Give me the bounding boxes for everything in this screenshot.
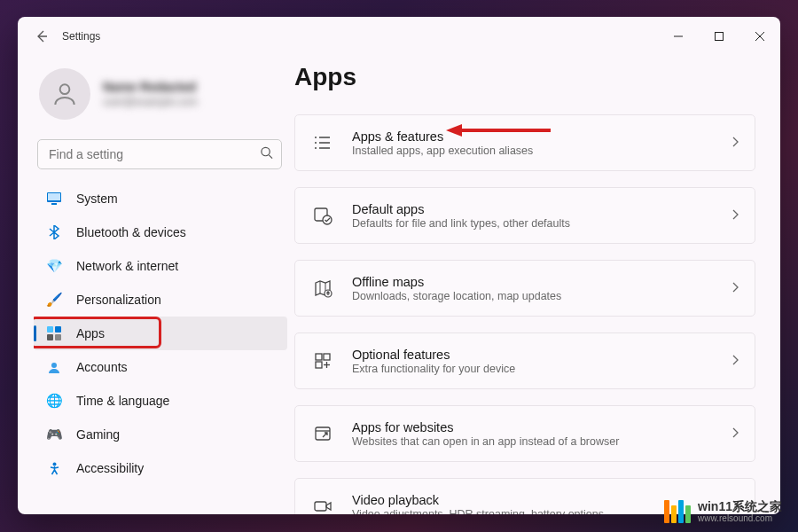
svg-point-15	[52, 462, 56, 466]
paintbrush-icon: 🖌️	[46, 292, 62, 308]
card-text: Default apps Defaults for file and link …	[352, 202, 732, 230]
svg-rect-29	[316, 362, 322, 368]
watermark-logo	[664, 500, 691, 523]
chevron-right-icon	[732, 353, 739, 369]
card-text: Optional features Extra functionality fo…	[352, 348, 732, 375]
sidebar-item-label: Gaming	[76, 427, 120, 442]
svg-rect-8	[48, 193, 60, 200]
chevron-right-icon	[732, 135, 739, 151]
card-text: Apps for websites Websites that can open…	[352, 420, 732, 448]
svg-point-4	[60, 84, 70, 94]
profile-name: Name Redacted	[103, 80, 198, 94]
accounts-icon	[46, 359, 62, 375]
sidebar-item-label: Time & language	[76, 394, 169, 408]
accessibility-icon	[46, 460, 62, 476]
apps-icon	[46, 325, 62, 341]
svg-rect-12	[47, 334, 53, 340]
profile-block[interactable]: Name Redacted user@example.com	[34, 65, 289, 134]
sidebar-item-label: System	[76, 192, 118, 206]
sidebar-item-label: Accessibility	[76, 461, 144, 475]
watermark: win11系统之家 www.relsound.com	[664, 500, 782, 523]
wifi-icon: 💎	[46, 258, 62, 274]
sidebar-item-accounts[interactable]: Accounts	[34, 350, 287, 384]
video-icon	[311, 495, 334, 514]
card-title: Offline maps	[352, 275, 732, 289]
svg-rect-11	[55, 326, 61, 332]
watermark-url: www.relsound.com	[698, 513, 782, 523]
card-optional-features[interactable]: Optional features Extra functionality fo…	[294, 332, 755, 389]
list-icon	[311, 131, 334, 154]
optional-features-icon	[311, 349, 334, 372]
maximize-icon	[715, 32, 724, 41]
card-subtitle: Websites that can open in an app instead…	[352, 435, 732, 448]
sidebar-item-label: Personalization	[76, 293, 161, 307]
svg-point-25	[323, 215, 332, 224]
chevron-right-icon	[732, 280, 739, 296]
card-apps-websites[interactable]: Apps for websites Websites that can open…	[294, 405, 755, 462]
back-arrow-icon	[35, 29, 49, 43]
sidebar-item-network[interactable]: 💎 Network & internet	[34, 249, 287, 283]
sidebar-item-gaming[interactable]: 🎮 Gaming	[34, 418, 287, 451]
chevron-right-icon	[732, 207, 739, 223]
watermark-text: win11系统之家	[698, 500, 782, 513]
card-default-apps[interactable]: Default apps Defaults for file and link …	[294, 187, 755, 244]
search-input[interactable]	[37, 139, 282, 169]
card-title: Default apps	[352, 202, 732, 216]
titlebar: Settings	[18, 17, 780, 56]
card-subtitle: Installed apps, app execution aliases	[352, 145, 732, 157]
svg-rect-13	[55, 334, 61, 340]
avatar	[39, 68, 90, 120]
sidebar-item-label: Network & internet	[76, 259, 178, 273]
sidebar-item-label: Apps	[76, 326, 105, 340]
window-controls	[658, 22, 780, 51]
svg-rect-9	[51, 203, 57, 205]
sidebar-item-accessibility[interactable]: Accessibility	[34, 451, 287, 485]
card-subtitle: Extra functionality for your device	[352, 363, 732, 375]
card-text: Apps & features Installed apps, app exec…	[352, 129, 732, 157]
card-apps-features[interactable]: Apps & features Installed apps, app exec…	[294, 114, 755, 171]
close-button[interactable]	[739, 22, 780, 51]
sidebar: Name Redacted user@example.com System Bl…	[18, 56, 294, 514]
sidebar-item-time[interactable]: 🌐 Time & language	[34, 384, 287, 418]
sidebar-item-personalization[interactable]: 🖌️ Personalization	[34, 283, 287, 317]
svg-rect-27	[316, 354, 322, 360]
person-icon	[51, 80, 79, 108]
svg-point-14	[51, 363, 57, 368]
svg-rect-28	[324, 354, 330, 360]
apps-websites-icon	[311, 422, 334, 445]
card-offline-maps[interactable]: Offline maps Downloads, storage location…	[294, 260, 755, 317]
minimize-icon	[674, 32, 683, 41]
svg-rect-1	[716, 33, 724, 41]
settings-window: Settings Name Redacted user@example.com	[18, 17, 780, 514]
search-wrap	[37, 139, 282, 169]
back-button[interactable]	[27, 21, 57, 51]
svg-rect-34	[315, 502, 326, 511]
bluetooth-icon	[46, 224, 62, 240]
nav-list: System Bluetooth & devices 💎 Network & i…	[34, 182, 289, 514]
close-icon	[755, 32, 764, 41]
card-title: Optional features	[352, 348, 732, 362]
minimize-button[interactable]	[658, 22, 699, 51]
settings-cards: Apps & features Installed apps, app exec…	[294, 114, 755, 514]
monitor-icon	[46, 191, 62, 207]
default-apps-icon	[311, 204, 334, 227]
sidebar-item-bluetooth[interactable]: Bluetooth & devices	[34, 215, 287, 249]
sidebar-item-system[interactable]: System	[34, 182, 287, 215]
sidebar-item-apps[interactable]: Apps	[34, 317, 287, 350]
card-subtitle: Downloads, storage location, map updates	[352, 290, 732, 302]
card-subtitle: Defaults for file and link types, other …	[352, 217, 732, 230]
sidebar-item-label: Accounts	[76, 360, 128, 374]
content-area: Apps Apps & features Installed apps, app…	[294, 56, 780, 514]
svg-rect-10	[47, 326, 53, 332]
page-title: Apps	[294, 63, 755, 91]
chevron-right-icon	[732, 426, 739, 442]
profile-email: user@example.com	[103, 96, 198, 108]
sidebar-item-label: Bluetooth & devices	[76, 225, 186, 239]
profile-text: Name Redacted user@example.com	[103, 80, 198, 108]
globe-clock-icon: 🌐	[46, 393, 62, 409]
maximize-button[interactable]	[699, 22, 739, 51]
card-title: Apps for websites	[352, 420, 732, 434]
gamepad-icon: 🎮	[46, 426, 62, 442]
window-title: Settings	[62, 30, 100, 43]
window-body: Name Redacted user@example.com System Bl…	[18, 56, 780, 514]
